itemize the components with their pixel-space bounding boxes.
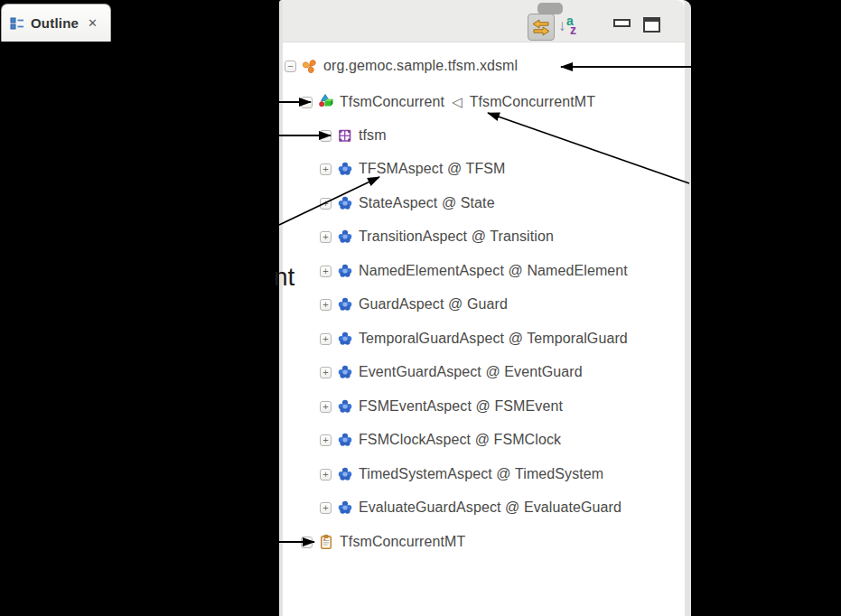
tree-item-label: TimedSystemAspect @ TimedSystem xyxy=(359,466,603,482)
slide-canvas: Outline ✕ ↓ a z − org.gemoc.sample.tfsm.… xyxy=(0,0,841,616)
tree-item-label: FSMClockAspect @ FSMClock xyxy=(359,432,561,448)
expand-toggle[interactable]: + xyxy=(320,333,332,345)
tree-item-label: EvaluateGuardAspect @ EvaluateGuard xyxy=(359,499,621,516)
collapse-toggle[interactable]: − xyxy=(285,61,296,72)
expand-toggle[interactable] xyxy=(301,537,313,548)
expand-toggle[interactable]: + xyxy=(320,266,332,277)
tree-item-label: org.gemoc.sample.tfsm.xdsml xyxy=(323,58,518,74)
aspect-icon xyxy=(337,229,353,245)
package-icon xyxy=(337,127,353,144)
tree-item-label: StateAspect @ State xyxy=(359,195,495,211)
aspect-icon xyxy=(337,364,353,380)
aspect-icon xyxy=(337,432,353,448)
expand-toggle[interactable]: + xyxy=(320,299,332,311)
tree-item[interactable]: TfsmConcurrent◁TfsmConcurrentMT xyxy=(301,90,595,114)
minimize-button[interactable] xyxy=(613,19,631,27)
expand-toggle[interactable]: + xyxy=(320,231,332,243)
aspect-icon xyxy=(337,229,353,245)
tree-item[interactable]: tfsm xyxy=(320,124,387,147)
link-with-editor-button[interactable] xyxy=(528,14,555,41)
gemoc-logo-icon xyxy=(302,58,318,74)
tree-item[interactable]: + TransitionAspect @ Transition xyxy=(320,225,554,248)
tree-item-label: tfsm xyxy=(359,127,387,144)
tree-item[interactable]: TfsmConcurrentMT xyxy=(301,530,465,554)
expand-toggle[interactable] xyxy=(301,97,313,108)
tree-item-label: NamedElementAspect @ NamedElement xyxy=(359,263,628,279)
tab-outline[interactable]: Outline ✕ xyxy=(1,4,111,42)
expand-toggle[interactable]: + xyxy=(320,163,332,175)
sort-alphabetically-button[interactable]: ↓ a z xyxy=(556,14,582,38)
expand-toggle[interactable]: + xyxy=(320,502,332,514)
aspect-icon xyxy=(337,398,353,415)
aspect-icon xyxy=(337,466,353,482)
concurrent-icon xyxy=(318,94,334,110)
tree-item-label: FSMEventAspect @ FSMEvent xyxy=(359,398,563,415)
tree-item-label: TemporalGuardAspect @ TemporalGuard xyxy=(359,331,628,347)
tree-item[interactable]: − org.gemoc.sample.tfsm.xdsml xyxy=(285,54,518,78)
expand-toggle[interactable] xyxy=(320,130,332,142)
tree-item[interactable]: + TFSMAspect @ TFSM xyxy=(320,157,506,181)
aspect-icon xyxy=(337,432,353,448)
tree-item-label: GuardAspect @ Guard xyxy=(359,296,508,313)
expand-toggle[interactable]: + xyxy=(320,434,332,446)
outline-view-icon xyxy=(9,15,25,32)
aspect-icon xyxy=(337,161,353,177)
expand-toggle[interactable]: + xyxy=(320,401,332,413)
expand-toggle[interactable]: + xyxy=(320,198,332,210)
clipboard-icon xyxy=(318,534,334,550)
tree-item-label: EventGuardAspect @ EventGuard xyxy=(359,364,583,380)
tree-item[interactable]: + StateAspect @ State xyxy=(320,191,495,215)
aspect-icon xyxy=(337,195,353,211)
tree-item[interactable]: + TimedSystemAspect @ TimedSystem xyxy=(320,462,603,486)
tree-item[interactable]: + FSMClockAspect @ FSMClock xyxy=(320,428,561,452)
aspect-icon xyxy=(337,331,353,347)
tree-item-label: TransitionAspect @ Transition xyxy=(359,229,554,245)
aspect-icon xyxy=(337,466,353,482)
close-icon[interactable]: ✕ xyxy=(88,16,98,30)
tree-item[interactable]: + TemporalGuardAspect @ TemporalGuard xyxy=(320,327,628,350)
link-arrows-icon xyxy=(531,17,551,37)
tree-item-label: TfsmConcurrentMT xyxy=(340,534,465,550)
tree-item[interactable]: + GuardAspect @ Guard xyxy=(320,293,508,316)
tree-item[interactable]: + FSMEventAspect @ FSMEvent xyxy=(320,395,563,418)
aspect-icon xyxy=(337,499,353,516)
overrides-triangle-icon: ◁ xyxy=(452,94,463,110)
sort-letter-z: z xyxy=(570,23,576,37)
aspect-icon xyxy=(337,499,353,516)
aspect-icon xyxy=(337,398,353,415)
tree-item[interactable]: + NamedElementAspect @ NamedElement xyxy=(320,259,628,283)
tree-item[interactable]: + EventGuardAspect @ EventGuard xyxy=(320,360,583,384)
gemoc-icon xyxy=(302,58,318,74)
aspect-icon xyxy=(337,296,353,313)
aspect-icon xyxy=(337,263,353,279)
tab-label: Outline xyxy=(31,15,79,31)
aspect-icon xyxy=(337,364,353,380)
tree-item[interactable]: + EvaluateGuardAspect @ EvaluateGuard xyxy=(320,496,621,519)
clipboard-icon xyxy=(318,534,334,550)
aspect-icon xyxy=(337,263,353,279)
tree-item-label: TfsmConcurrent xyxy=(340,94,444,110)
melange-language-icon xyxy=(318,94,334,110)
maximize-button[interactable] xyxy=(643,17,660,33)
expand-toggle[interactable]: + xyxy=(320,469,332,481)
tree-item-label: TFSMAspect @ TFSM xyxy=(359,161,506,177)
tree-item-label-secondary: TfsmConcurrentMT xyxy=(470,94,595,110)
cropped-slide-text: nt xyxy=(274,263,294,292)
expand-toggle[interactable]: + xyxy=(320,367,332,378)
epackage-icon xyxy=(337,127,353,144)
aspect-icon xyxy=(337,296,353,313)
aspect-icon xyxy=(337,195,353,211)
aspect-icon xyxy=(337,161,353,177)
aspect-icon xyxy=(337,331,353,347)
